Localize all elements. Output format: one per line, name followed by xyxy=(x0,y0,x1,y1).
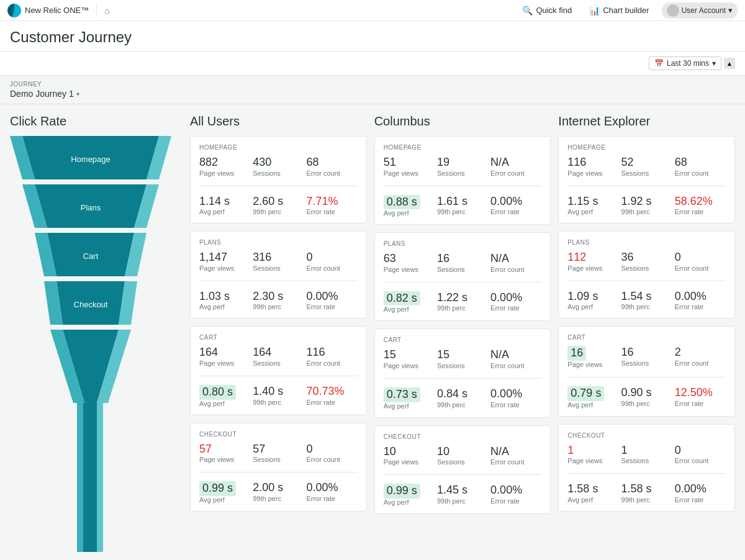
metric-cell: 16Sessions xyxy=(621,346,672,368)
metric-value: 0.00% xyxy=(306,290,357,304)
page-title: Customer Journey xyxy=(10,29,735,46)
metric-cell: 1.61 s99th perc xyxy=(437,195,488,217)
metric-value: 15 xyxy=(384,348,435,362)
metric-value: 0.00% xyxy=(675,290,726,304)
metric-value: 0 xyxy=(675,251,726,264)
metric-cell: 0.00%Error rate xyxy=(490,484,541,506)
metric-value: 1.40 s xyxy=(253,385,304,399)
metric-label: 99th perc xyxy=(437,208,488,215)
metric-cell: 0.00%Error rate xyxy=(675,482,726,504)
metric-cell: 0.79 sAvg perf xyxy=(567,386,618,409)
metric-cell: 1.58 s99th perc xyxy=(621,482,672,504)
chart-builder-button[interactable]: 📊 Chart builder xyxy=(584,3,654,18)
metric-cell: 316Sessions xyxy=(253,251,304,272)
metric-value: 63 xyxy=(384,252,435,266)
metric-cell: 1.58 sAvg perf xyxy=(567,482,618,504)
metric-label: Sessions xyxy=(621,359,672,367)
column-1: ColumbusHOMEPAGE51Page views19SessionsN/… xyxy=(374,114,551,560)
metric-label: 99th perc xyxy=(621,496,672,504)
time-range-button[interactable]: 📅 Last 30 mins ▾ xyxy=(649,56,721,70)
metric-value: 2.60 s xyxy=(253,195,304,209)
metric-cell: 0Error count xyxy=(675,444,726,465)
metric-value: 164 xyxy=(253,346,304,359)
metric-value: 1.45 s xyxy=(437,484,488,497)
funnel-title: Click Rate xyxy=(10,114,190,129)
metric-cell: 0.73 sAvg perf xyxy=(384,387,435,410)
metric-value: 430 xyxy=(253,156,304,169)
metric-label: Sessions xyxy=(437,169,488,177)
metrics-grid: 164Page views164Sessions116Error count0.… xyxy=(199,346,358,407)
scroll-up-button[interactable]: ▲ xyxy=(724,58,735,69)
metric-value: 0.80 s xyxy=(199,385,236,400)
metric-value: 1 xyxy=(567,444,618,458)
metric-cell: 0.99 sAvg perf xyxy=(199,481,250,504)
journey-bar: JOURNEY Demo Journey 1 ▾ xyxy=(0,76,745,104)
home-icon[interactable]: ⌂ xyxy=(104,6,109,16)
metric-label: Page views xyxy=(384,458,435,466)
metric-value: 1.61 s xyxy=(437,195,488,209)
section-name: HOMEPAGE xyxy=(384,144,542,151)
metric-cell: 52Sessions xyxy=(621,156,672,177)
metric-cell: 0.90 s99th perc xyxy=(621,386,672,409)
metric-label: Page views xyxy=(199,456,250,463)
metrics-grid: 57Page views57Sessions0Error count0.99 s… xyxy=(199,443,358,504)
metric-cell: 112Page views xyxy=(567,251,618,272)
user-account[interactable]: User Account ▾ xyxy=(662,2,738,19)
metric-label: Error count xyxy=(306,169,357,177)
metric-value: 0.00% xyxy=(490,291,541,305)
metrics-grid: 15Page views15SessionsN/AError count0.73… xyxy=(384,348,542,409)
metric-value: 16 xyxy=(621,346,672,359)
metric-label: Page views xyxy=(384,169,435,177)
metric-cell: 70.73%Error rate xyxy=(306,385,357,407)
metric-value: 70.73% xyxy=(306,385,357,399)
metric-cell: 0.00%Error rate xyxy=(675,290,726,311)
logo[interactable]: New Relic ONE™ xyxy=(7,4,89,17)
metric-label: Avg perf xyxy=(567,401,618,409)
metric-cell: 0Error count xyxy=(306,251,357,272)
section-card-2-1: PLANS112Page views36Sessions0Error count… xyxy=(558,231,735,318)
metric-value: 0.00% xyxy=(490,387,541,401)
metric-value: 16 xyxy=(437,252,488,266)
metrics-grid: 63Page views16SessionsN/AError count0.82… xyxy=(384,252,542,313)
metric-cell: 1.54 s99th perc xyxy=(621,290,672,311)
metric-value: 1,147 xyxy=(199,251,250,264)
metric-value: 52 xyxy=(621,156,672,169)
journey-name: Demo Journey 1 xyxy=(10,89,74,99)
avatar xyxy=(667,4,679,17)
metric-divider xyxy=(199,376,358,376)
metrics-grid: 882Page views430Sessions68Error count1.1… xyxy=(199,156,358,215)
metric-label: Error rate xyxy=(675,303,726,310)
metric-label: Error rate xyxy=(675,208,726,215)
metric-value: 1.22 s xyxy=(437,291,488,305)
metric-cell: N/AError count xyxy=(490,252,541,273)
metric-cell: 0Error count xyxy=(675,251,726,272)
metric-cell: 0.80 sAvg perf xyxy=(199,385,250,407)
metric-label: Sessions xyxy=(253,456,304,463)
metric-value: 16 xyxy=(567,346,586,361)
section-card-1-0: HOMEPAGE51Page views19SessionsN/AError c… xyxy=(374,136,551,225)
quick-find-button[interactable]: 🔍 Quick find xyxy=(517,3,577,18)
metric-value: 15 xyxy=(437,348,488,362)
metric-label: Error rate xyxy=(490,304,541,312)
metric-value: 2.30 s xyxy=(253,290,304,304)
journey-selector[interactable]: Demo Journey 1 ▾ xyxy=(10,89,735,99)
metrics-grid: 51Page views19SessionsN/AError count0.88… xyxy=(384,156,542,217)
metric-value: 1 xyxy=(621,444,672,458)
metric-value: 882 xyxy=(199,156,250,169)
metric-value: 2 xyxy=(675,346,726,359)
metric-cell: 2.30 s99th perc xyxy=(253,290,304,311)
metric-divider xyxy=(567,281,726,281)
metric-label: Page views xyxy=(199,169,250,177)
metric-value: 1.92 s xyxy=(621,195,672,209)
metric-cell: 7.71%Error rate xyxy=(306,195,357,216)
section-card-1-1: PLANS63Page views16SessionsN/AError coun… xyxy=(374,232,551,321)
metric-cell: 10Sessions xyxy=(437,445,488,466)
metric-value: 0.73 s xyxy=(384,387,420,402)
section-name: CART xyxy=(567,334,726,341)
metric-value: 1.09 s xyxy=(567,290,618,304)
metric-value: 19 xyxy=(437,156,488,169)
logo-text: New Relic ONE™ xyxy=(25,6,89,15)
metric-cell: 2.00 s99th perc xyxy=(253,481,304,504)
metric-value: 2.00 s xyxy=(253,481,304,495)
metric-value: 0.88 s xyxy=(384,195,420,210)
